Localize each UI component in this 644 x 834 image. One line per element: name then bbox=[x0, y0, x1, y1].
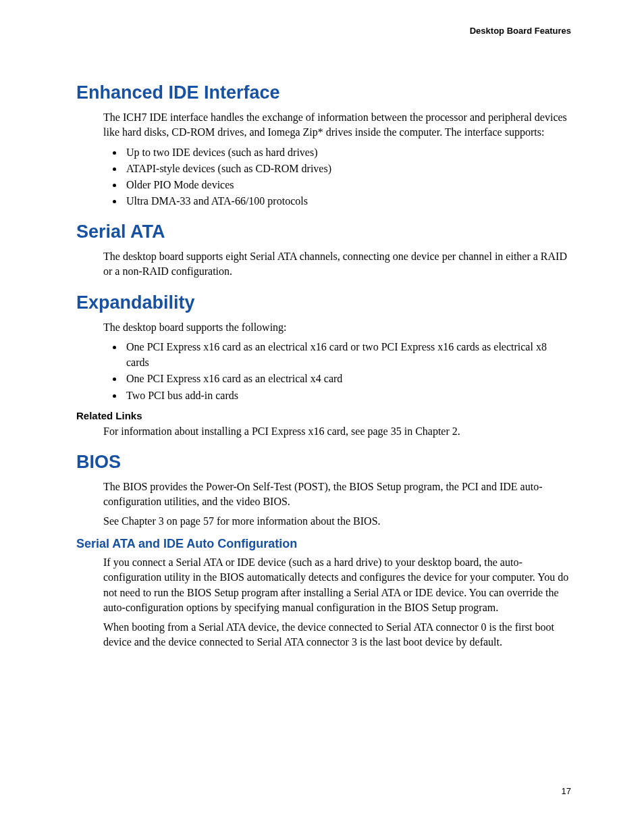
subheading-sata-ide-auto: Serial ATA and IDE Auto Configuration bbox=[76, 537, 571, 551]
list-item: Ultra DMA-33 and ATA-66/100 protocols bbox=[124, 193, 571, 209]
related-links-heading: Related Links bbox=[76, 410, 571, 421]
list-item: One PCI Express x16 card as an electrica… bbox=[124, 339, 571, 370]
list-item: Two PCI bus add-in cards bbox=[124, 388, 571, 403]
section-ide: Enhanced IDE Interface The ICH7 IDE inte… bbox=[76, 82, 571, 209]
paragraph: If you connect a Serial ATA or IDE devic… bbox=[103, 555, 571, 616]
heading-sata: Serial ATA bbox=[76, 221, 571, 244]
list-item: ATAPI-style devices (such as CD-ROM driv… bbox=[124, 161, 571, 176]
paragraph: For information about installing a PCI E… bbox=[103, 424, 571, 439]
bullet-list: Up to two IDE devices (such as hard driv… bbox=[103, 145, 571, 209]
paragraph: The BIOS provides the Power-On Self-Test… bbox=[103, 479, 571, 510]
paragraph: See Chapter 3 on page 57 for more inform… bbox=[103, 514, 571, 529]
list-item: One PCI Express x16 card as an electrica… bbox=[124, 371, 571, 386]
page-number: 17 bbox=[562, 786, 571, 796]
paragraph: The desktop board supports eight Serial … bbox=[103, 249, 571, 280]
heading-bios: BIOS bbox=[76, 451, 571, 474]
section-bios: BIOS The BIOS provides the Power-On Self… bbox=[76, 451, 571, 650]
section-expandability: Expandability The desktop board supports… bbox=[76, 292, 571, 439]
heading-expandability: Expandability bbox=[76, 292, 571, 315]
page-header: Desktop Board Features bbox=[76, 26, 571, 36]
paragraph: The desktop board supports the following… bbox=[103, 320, 571, 335]
paragraph: When booting from a Serial ATA device, t… bbox=[103, 620, 571, 650]
list-item: Older PIO Mode devices bbox=[124, 177, 571, 192]
heading-ide: Enhanced IDE Interface bbox=[76, 82, 571, 105]
section-sata: Serial ATA The desktop board supports ei… bbox=[76, 221, 571, 280]
paragraph: The ICH7 IDE interface handles the excha… bbox=[103, 110, 571, 140]
bullet-list: One PCI Express x16 card as an electrica… bbox=[103, 339, 571, 403]
list-item: Up to two IDE devices (such as hard driv… bbox=[124, 145, 571, 160]
document-page: Desktop Board Features Enhanced IDE Inte… bbox=[0, 0, 644, 834]
